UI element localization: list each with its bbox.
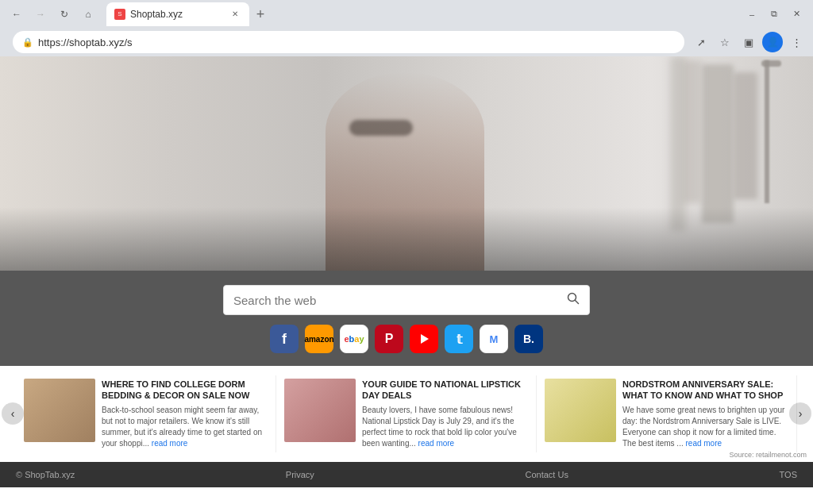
bookmark-button[interactable]: ☆ [715,32,735,52]
forward-button[interactable]: → [30,6,51,23]
addr-right-icons: ➚ ☆ ▣ 👤 ⋮ [691,32,807,52]
article-3-content: NORDSTROM ANNIVERSARY SALE: WHAT TO KNOW… [622,379,788,449]
footer-privacy-link[interactable]: Privacy [286,470,314,479]
footer-tos-link[interactable]: TOS [780,470,797,479]
tab-favicon: S [114,9,125,20]
article-2-readmore[interactable]: read more [418,439,455,448]
svg-line-1 [576,301,579,304]
profile-area[interactable]: 👤 [762,32,783,52]
close-button[interactable]: ✕ [786,6,807,23]
search-input[interactable] [233,294,561,307]
shortcut-icons-bar: f amazon ebay P 𝕥 M [270,325,543,353]
article-1-image [24,379,95,442]
shortcut-youtube[interactable] [410,325,438,353]
reload-button[interactable]: ↻ [54,6,75,23]
shortcut-twitter[interactable]: 𝕥 [445,325,473,353]
browser-frame: ← → ↻ ⌂ S Shoptab.xyz ✕ + – ⧉ ✕ 🔒 https:… [0,0,813,504]
search-bar-wrap[interactable] [223,285,590,315]
article-3-image [545,379,616,442]
source-badge: Source: retailmenot.com [729,451,807,459]
shortcut-amazon[interactable]: amazon [305,325,333,353]
hero-image [0,56,813,271]
article-2-content: YOUR GUIDE TO NATIONAL LIPSTICK DAY DEAL… [362,379,528,449]
shortcut-facebook[interactable]: f [270,325,299,353]
youtube-play-icon [421,334,429,344]
articles-section: ‹ WHERE TO FIND COLLEGE DORM BEDDING & D… [0,366,813,462]
article-2-text: Beauty lovers, I have some fabulous news… [362,405,528,449]
search-button[interactable] [567,292,580,308]
share-button[interactable]: ➚ [691,32,711,52]
article-1-readmore[interactable]: read more [152,439,188,448]
address-bar: 🔒 https://shoptab.xyz/s ➚ ☆ ▣ 👤 ⋮ [0,28,813,56]
footer-copyright: © ShopTab.xyz [16,470,75,479]
footer: © ShopTab.xyz Privacy Contact Us TOS [0,462,813,487]
tab-bar: S Shoptab.xyz ✕ + [103,2,737,26]
article-1-text: Back-to-school season might seem far awa… [102,405,268,449]
new-tab-button[interactable]: + [249,4,272,26]
articles-next-button[interactable]: › [789,402,811,425]
shortcut-booking[interactable]: B. [514,325,543,353]
shortcut-ebay[interactable]: ebay [340,325,368,353]
title-bar: ← → ↻ ⌂ S Shoptab.xyz ✕ + – ⧉ ✕ [0,0,813,28]
article-1-title: WHERE TO FIND COLLEGE DORM BEDDING & DEC… [102,379,268,402]
tab-close-button[interactable]: ✕ [229,8,241,21]
article-3: NORDSTROM ANNIVERSARY SALE: WHAT TO KNOW… [537,375,797,452]
article-1: WHERE TO FIND COLLEGE DORM BEDDING & DEC… [16,375,276,452]
article-3-readmore[interactable]: read more [685,439,722,448]
window-controls-right: – ⧉ ✕ [742,6,807,23]
home-button[interactable]: ⌂ [78,6,98,23]
hero-overlay [0,207,813,271]
window-controls-left: ← → ↻ ⌂ [6,6,98,23]
extensions-button[interactable]: ▣ [738,32,759,52]
article-1-content: WHERE TO FIND COLLEGE DORM BEDDING & DEC… [102,379,268,449]
search-section: f amazon ebay P 𝕥 M [0,271,813,366]
address-input-wrap[interactable]: 🔒 https://shoptab.xyz/s [13,31,684,53]
article-3-text: We have some great news to brighten up y… [622,405,788,449]
footer-contact-link[interactable]: Contact Us [526,470,568,479]
article-2: YOUR GUIDE TO NATIONAL LIPSTICK DAY DEAL… [276,375,537,452]
minimize-button[interactable]: – [742,6,762,23]
shortcut-gmail[interactable]: M [480,325,508,353]
maximize-button[interactable]: ⧉ [764,6,784,23]
lock-icon: 🔒 [22,37,33,48]
address-text: https://shoptab.xyz/s [38,37,675,48]
page-content: f amazon ebay P 𝕥 M [0,56,813,504]
articles-prev-button[interactable]: ‹ [2,402,24,425]
article-2-title: YOUR GUIDE TO NATIONAL LIPSTICK DAY DEAL… [362,379,528,402]
tab-title: Shoptab.xyz [130,9,224,20]
shortcut-pinterest[interactable]: P [375,325,403,353]
article-2-image [284,379,356,442]
back-button[interactable]: ← [6,6,27,23]
active-tab[interactable]: S Shoptab.xyz ✕ [106,2,249,26]
article-3-title: NORDSTROM ANNIVERSARY SALE: WHAT TO KNOW… [622,379,788,402]
menu-button[interactable]: ⋮ [786,32,807,52]
profile-icon: 👤 [762,32,783,52]
